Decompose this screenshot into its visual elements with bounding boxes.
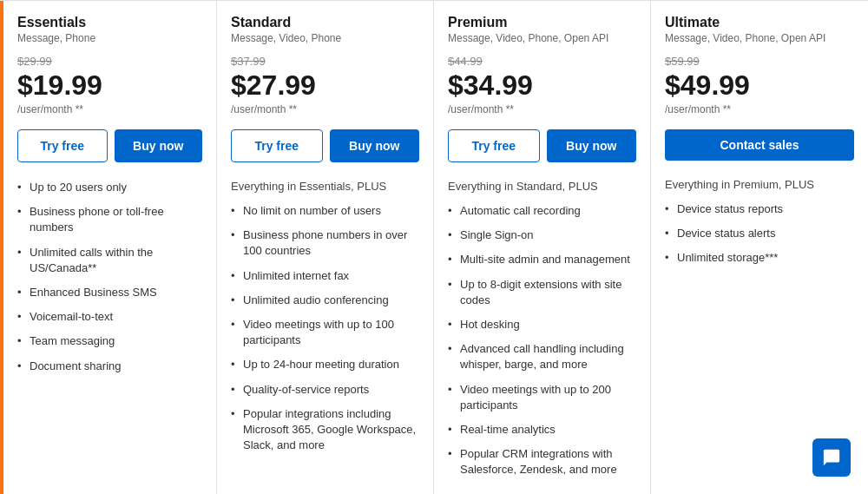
plus-label-premium: Everything in Standard, PLUS	[448, 180, 636, 193]
buy-now-button-premium[interactable]: Buy now	[547, 129, 637, 162]
plan-col-premium: Premium Message, Video, Phone, Open API …	[434, 1, 651, 494]
plan-desc-essentials: Message, Phone	[17, 32, 202, 44]
original-price-premium: $44.99	[448, 55, 636, 68]
try-free-button-essentials[interactable]: Try free	[17, 129, 108, 162]
plan-desc-ultimate: Message, Video, Phone, Open API	[665, 32, 854, 44]
buy-now-button-standard[interactable]: Buy now	[330, 129, 420, 162]
plan-name-ultimate: Ultimate	[665, 15, 854, 30]
try-free-button-standard[interactable]: Try free	[231, 129, 323, 162]
feature-item: Popular integrations including Microsoft…	[231, 406, 419, 454]
feature-list-ultimate: Device status reportsDevice status alert…	[665, 201, 854, 267]
feature-item: Real-time analytics	[448, 422, 636, 438]
feature-item: Business phone numbers in over 100 count…	[231, 227, 419, 259]
contact-sales-button-ultimate[interactable]: Contact sales	[665, 129, 854, 161]
feature-item: Hot desking	[448, 317, 636, 333]
plan-desc-standard: Message, Video, Phone	[231, 32, 419, 44]
current-price-essentials: $19.99	[17, 69, 202, 102]
plan-name-essentials: Essentials	[17, 15, 202, 30]
feature-item: Automatic call recording	[448, 203, 636, 219]
original-price-essentials: $29.99	[17, 55, 202, 68]
feature-item: Unlimited storage***	[665, 250, 854, 266]
current-price-standard: $27.99	[231, 69, 419, 102]
original-price-ultimate: $59.99	[665, 55, 854, 68]
button-row-premium: Try free Buy now	[448, 129, 636, 162]
buy-now-button-essentials[interactable]: Buy now	[115, 129, 203, 162]
price-note-premium: /user/month **	[448, 103, 636, 115]
feature-item: Unlimited calls within the US/Canada**	[17, 245, 202, 276]
feature-item: Document sharing	[17, 359, 202, 374]
feature-item: Multi-site admin and management	[448, 252, 636, 267]
feature-item: Business phone or toll-free numbers	[17, 204, 202, 235]
feature-item: Device status reports	[665, 201, 854, 217]
feature-item: No limit on number of users	[231, 203, 419, 219]
chat-button[interactable]	[812, 438, 851, 477]
button-row-essentials: Try free Buy now	[17, 129, 202, 162]
feature-item: Video meetings with up to 100 participan…	[231, 317, 419, 348]
feature-item: Quality-of-service reports	[231, 382, 419, 398]
feature-item: Up to 20 users only	[17, 180, 202, 195]
feature-item: Up to 8-digit extensions with site codes	[448, 277, 636, 308]
current-price-ultimate: $49.99	[665, 69, 854, 102]
pricing-grid: Essentials Message, Phone $29.99 $19.99 …	[0, 0, 868, 494]
feature-item: Unlimited internet fax	[231, 268, 419, 284]
feature-item: Unlimited audio conferencing	[231, 293, 419, 308]
plus-label-ultimate: Everything in Premium, PLUS	[665, 178, 854, 191]
plan-col-standard: Standard Message, Video, Phone $37.99 $2…	[217, 1, 434, 494]
button-row-standard: Try free Buy now	[231, 129, 419, 162]
plus-label-standard: Everything in Essentials, PLUS	[231, 180, 419, 193]
feature-list-premium: Automatic call recordingSingle Sign-onMu…	[448, 203, 636, 478]
feature-item: Enhanced Business SMS	[17, 285, 202, 300]
current-price-premium: $34.99	[448, 69, 636, 102]
original-price-standard: $37.99	[231, 55, 419, 68]
price-note-essentials: /user/month **	[17, 103, 202, 115]
feature-list-essentials: Up to 20 users onlyBusiness phone or tol…	[17, 180, 202, 374]
feature-item: Device status alerts	[665, 226, 854, 241]
plan-col-ultimate: Ultimate Message, Video, Phone, Open API…	[651, 1, 868, 494]
plan-col-essentials: Essentials Message, Phone $29.99 $19.99 …	[0, 1, 217, 494]
price-note-standard: /user/month **	[231, 103, 419, 115]
plan-name-standard: Standard	[231, 15, 419, 30]
plan-desc-premium: Message, Video, Phone, Open API	[448, 32, 636, 44]
try-free-button-premium[interactable]: Try free	[448, 129, 540, 162]
feature-item: Voicemail-to-text	[17, 309, 202, 325]
feature-item: Team messaging	[17, 333, 202, 349]
feature-item: Up to 24-hour meeting duration	[231, 357, 419, 372]
feature-item: Single Sign-on	[448, 227, 636, 243]
feature-list-standard: No limit on number of usersBusiness phon…	[231, 203, 419, 453]
feature-item: Popular CRM integrations with Salesforce…	[448, 446, 636, 478]
price-note-ultimate: /user/month **	[665, 103, 854, 115]
feature-item: Advanced call handling including whisper…	[448, 341, 636, 372]
feature-item: Video meetings with up to 200 participan…	[448, 382, 636, 413]
plan-name-premium: Premium	[448, 15, 636, 30]
